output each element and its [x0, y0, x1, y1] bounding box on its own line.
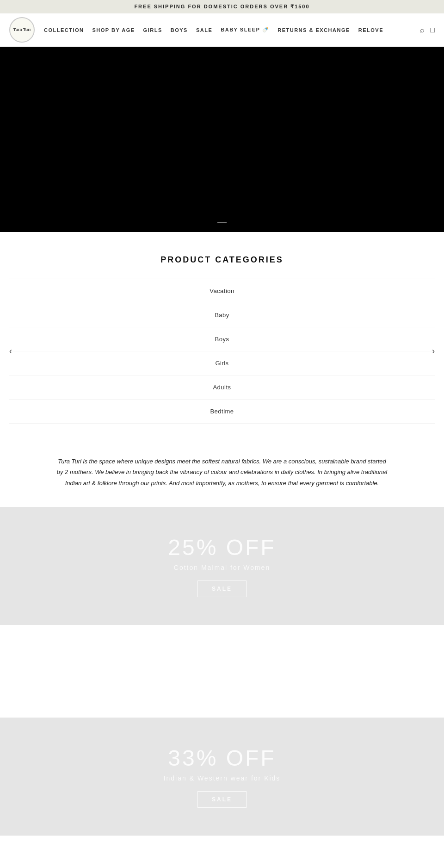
carousel-arrow-right[interactable]: › [432, 346, 435, 356]
sale-1-button[interactable]: SALE [197, 581, 247, 597]
hero-dots [217, 222, 227, 223]
sale-2-button[interactable]: SALE [197, 791, 247, 808]
product-categories-section: PRODUCT CATEGORIES ‹ VacationBabyBoysGir… [0, 232, 444, 437]
categories-list: VacationBabyBoysGirlsAdultsBedtime [9, 279, 435, 424]
sale-banner-1: 25% OFF Cotton Malmal for Women SALE [0, 507, 444, 625]
nav-boys[interactable]: BOYS [171, 27, 188, 33]
navbar: Tura Turi COLLECTIONSHOP BY AGEGIRLSBOYS… [0, 13, 444, 47]
logo[interactable]: Tura Turi [9, 17, 35, 43]
top-banner: FREE SHIPPING FOR DOMESTIC ORDERS OVER ₹… [0, 0, 444, 13]
category-item-girls[interactable]: Girls [9, 351, 435, 375]
brand-text: Tura Turi is the space where unique desi… [0, 437, 444, 507]
cart-icon[interactable]: □ [430, 26, 435, 34]
sale-1-desc: Cotton Malmal for Women [174, 564, 270, 571]
hero-banner [0, 47, 444, 232]
carousel-arrow-left[interactable]: ‹ [9, 346, 12, 356]
sale-2-desc: Indian & Western wear for Kids [164, 774, 281, 782]
sale-1-percent: 25% OFF [168, 535, 276, 560]
category-item-vacation[interactable]: Vacation [9, 279, 435, 303]
bottom-spacer [0, 836, 444, 868]
sale-2-percent: 33% OFF [168, 745, 276, 771]
spacer-1 [0, 625, 444, 718]
category-item-adults[interactable]: Adults [9, 375, 435, 400]
category-item-bedtime[interactable]: Bedtime [9, 400, 435, 424]
product-categories-title: PRODUCT CATEGORIES [9, 255, 435, 265]
nav-links: COLLECTIONSHOP BY AGEGIRLSBOYSSALEBABY S… [44, 27, 420, 33]
hero-dot-1[interactable] [217, 222, 227, 223]
category-item-boys[interactable]: Boys [9, 327, 435, 351]
nav-sale[interactable]: SALE [196, 27, 212, 33]
nav-collection[interactable]: COLLECTION [44, 27, 84, 33]
nav-baby-sleep[interactable]: BABY SLEEP 🍼 [221, 27, 269, 33]
categories-carousel: ‹ VacationBabyBoysGirlsAdultsBedtime › [9, 279, 435, 424]
nav-returns[interactable]: RETURNS & EXCHANGE [278, 27, 350, 33]
logo-area[interactable]: Tura Turi [9, 17, 35, 43]
nav-relove[interactable]: RELOVE [358, 27, 383, 33]
sale-banner-2: 33% OFF Indian & Western wear for Kids S… [0, 718, 444, 836]
nav-icons: ⌕ □ [420, 26, 435, 34]
category-item-baby[interactable]: Baby [9, 303, 435, 327]
nav-shop-by-age[interactable]: SHOP BY AGE [92, 27, 135, 33]
nav-girls[interactable]: GIRLS [143, 27, 162, 33]
search-icon[interactable]: ⌕ [420, 26, 425, 34]
